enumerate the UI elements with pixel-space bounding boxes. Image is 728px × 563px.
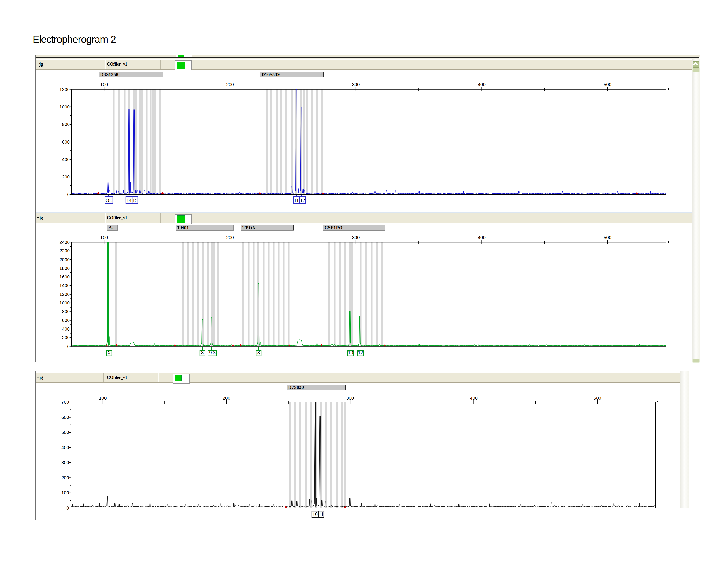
svg-text:200: 200 xyxy=(61,475,69,480)
svg-text:0: 0 xyxy=(67,192,70,197)
svg-text:9.3: 9.3 xyxy=(209,350,216,356)
svg-text:14: 14 xyxy=(126,197,132,203)
svg-text:8: 8 xyxy=(257,350,260,356)
svg-text:100: 100 xyxy=(99,396,107,401)
svg-text:100: 100 xyxy=(61,490,69,495)
svg-text:200: 200 xyxy=(62,174,70,179)
svg-text:600: 600 xyxy=(61,415,69,420)
svg-text:10: 10 xyxy=(348,350,353,356)
svg-text:600: 600 xyxy=(62,318,70,323)
svg-text:12: 12 xyxy=(358,350,363,356)
svg-text:100: 100 xyxy=(100,235,108,240)
svg-text:500: 500 xyxy=(61,430,69,435)
svg-text:500: 500 xyxy=(593,396,601,401)
svg-text:300: 300 xyxy=(352,235,360,240)
svg-text:200: 200 xyxy=(62,335,70,340)
svg-text:300: 300 xyxy=(346,396,354,401)
svg-text:800: 800 xyxy=(62,122,70,127)
svg-text:2200: 2200 xyxy=(59,248,70,253)
svg-text:200: 200 xyxy=(223,396,230,401)
svg-text:OL: OL xyxy=(105,197,112,203)
svg-text:12: 12 xyxy=(300,197,305,203)
svg-text:15: 15 xyxy=(133,197,138,203)
svg-text:1200: 1200 xyxy=(59,292,70,297)
svg-text:1800: 1800 xyxy=(59,265,70,271)
svg-text:0: 0 xyxy=(67,344,70,349)
svg-text:X: X xyxy=(107,350,111,356)
svg-text:2000: 2000 xyxy=(59,257,70,262)
svg-text:300: 300 xyxy=(61,460,69,465)
svg-text:800: 800 xyxy=(62,309,70,314)
svg-text:1000: 1000 xyxy=(59,300,70,305)
svg-text:1400: 1400 xyxy=(59,283,70,288)
svg-text:1200: 1200 xyxy=(59,87,70,92)
svg-text:200: 200 xyxy=(226,235,234,240)
svg-text:11: 11 xyxy=(294,197,299,203)
svg-text:100: 100 xyxy=(100,82,108,87)
svg-text:600: 600 xyxy=(62,139,70,144)
svg-text:10: 10 xyxy=(313,511,318,517)
svg-text:1600: 1600 xyxy=(59,274,70,279)
svg-text:400: 400 xyxy=(478,82,486,87)
svg-text:200: 200 xyxy=(226,82,234,87)
svg-text:400: 400 xyxy=(478,235,486,240)
svg-text:500: 500 xyxy=(604,235,611,240)
svg-text:400: 400 xyxy=(62,326,70,332)
svg-text:400: 400 xyxy=(61,445,69,450)
svg-text:400: 400 xyxy=(62,157,70,162)
svg-text:8: 8 xyxy=(201,350,204,356)
svg-text:300: 300 xyxy=(352,82,360,87)
svg-text:1000: 1000 xyxy=(59,104,70,109)
svg-text:2400: 2400 xyxy=(59,239,70,244)
svg-text:0: 0 xyxy=(66,505,69,510)
svg-text:700: 700 xyxy=(61,399,69,405)
svg-text:11: 11 xyxy=(319,511,323,517)
svg-text:400: 400 xyxy=(470,396,478,401)
svg-text:500: 500 xyxy=(604,82,611,87)
